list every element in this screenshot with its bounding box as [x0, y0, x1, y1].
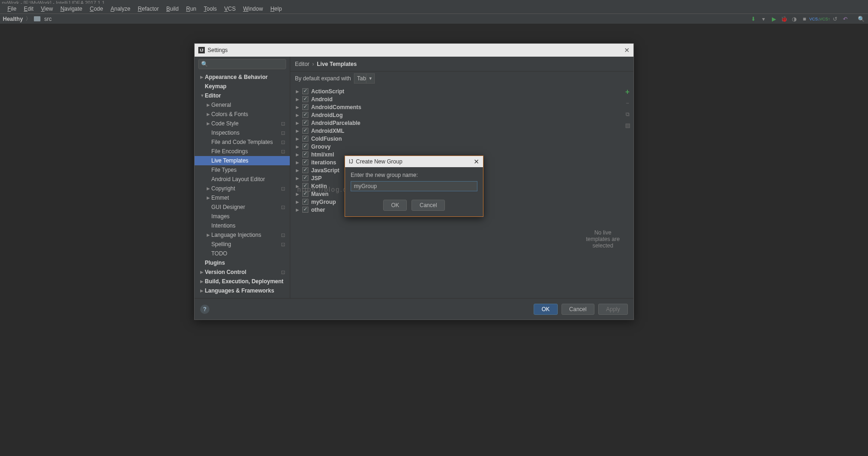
template-group-androidcomments[interactable]: ▶AndroidComments [290, 103, 621, 111]
template-checkbox[interactable] [302, 151, 308, 157]
sidebar-item-plugins[interactable]: Plugins [195, 258, 290, 267]
make-project-icon[interactable]: ⬇ [749, 15, 757, 23]
sidebar-item-editor[interactable]: ▼Editor [195, 91, 290, 100]
template-checkbox[interactable] [302, 167, 308, 173]
create-group-titlebar: IJ Create New Group ✕ [345, 156, 483, 167]
template-checkbox[interactable] [302, 159, 308, 165]
template-checkbox[interactable] [302, 112, 308, 118]
template-name: AndroidParcelable [311, 120, 360, 126]
sidebar-item-language-injections[interactable]: ▶Language Injections⊡ [195, 230, 290, 240]
template-checkbox[interactable] [302, 191, 308, 197]
close-icon[interactable]: ✕ [474, 158, 479, 165]
menu-tools[interactable]: Tools [200, 5, 221, 13]
template-checkbox[interactable] [302, 104, 308, 110]
template-checkbox[interactable] [302, 128, 308, 134]
settings-tree[interactable]: ▶Appearance & BehaviorKeymap▼Editor▶Gene… [195, 72, 290, 298]
menu-build[interactable]: Build [163, 5, 183, 13]
apply-button[interactable]: Apply [598, 304, 628, 315]
arrow-icon: ▼ [200, 93, 205, 98]
sidebar-item-images[interactable]: Images [195, 212, 290, 221]
search-everywhere-icon[interactable]: 🔍 [857, 15, 865, 23]
sidebar-item-gui-designer[interactable]: GUI Designer⊡ [195, 202, 290, 212]
run-icon[interactable]: ▶ [770, 15, 778, 23]
template-group-actionscript[interactable]: ▶ActionScript [290, 87, 621, 95]
help-icon[interactable]: ? [200, 305, 209, 314]
menu-run[interactable]: Run [183, 5, 200, 13]
menu-help[interactable]: Help [267, 5, 286, 13]
vcs-history-icon[interactable]: ↺ [831, 15, 839, 23]
breadcrumb-folder[interactable]: src [44, 16, 52, 22]
sidebar-item-file-and-code-templates[interactable]: File and Code Templates⊡ [195, 137, 290, 147]
cancel-button[interactable]: Cancel [561, 304, 594, 315]
copy-icon[interactable]: ⧉ [624, 111, 631, 118]
template-checkbox[interactable] [302, 199, 308, 205]
sidebar-item-label: GUI Designer [211, 204, 245, 210]
project-scope-icon: ⊡ [281, 232, 285, 238]
sidebar-item-label: Android Layout Editor [211, 176, 265, 182]
template-checkbox[interactable] [302, 120, 308, 126]
remove-icon[interactable]: − [624, 99, 631, 107]
menu-file[interactable]: File [4, 5, 20, 13]
template-checkbox[interactable] [302, 96, 308, 102]
sidebar-item-keymap[interactable]: Keymap [195, 82, 290, 91]
debug-icon[interactable]: 🐞 [780, 15, 788, 23]
template-group-androidxml[interactable]: ▶AndroidXML [290, 127, 621, 135]
sidebar-item-emmet[interactable]: ▶Emmet [195, 193, 290, 202]
coverage-icon[interactable]: ◑ [790, 15, 798, 23]
template-checkbox[interactable] [302, 143, 308, 150]
breadcrumb-project[interactable]: Healthy [3, 16, 23, 22]
sidebar-item-colors-fonts[interactable]: ▶Colors & Fonts [195, 110, 290, 119]
add-icon[interactable]: + [624, 88, 631, 96]
expand-with-label: By default expand with [295, 75, 351, 82]
sidebar-item-copyright[interactable]: ▶Copyright⊡ [195, 184, 290, 193]
sidebar-item-file-types[interactable]: File Types [195, 165, 290, 175]
close-icon[interactable]: ✕ [624, 46, 630, 54]
sidebar-item-general[interactable]: ▶General [195, 100, 290, 110]
template-checkbox[interactable] [302, 175, 308, 181]
menu-refactor[interactable]: Refactor [134, 5, 163, 13]
settings-dialog-titlebar: IJ Settings ✕ [195, 44, 633, 57]
menu-navigate[interactable]: Navigate [57, 5, 86, 13]
sidebar-item-intentions[interactable]: Intentions [195, 221, 290, 230]
ok-button[interactable]: OK [383, 200, 407, 211]
sidebar-item-spelling[interactable]: Spelling⊡ [195, 240, 290, 249]
template-checkbox[interactable] [302, 207, 308, 213]
sidebar-item-live-templates[interactable]: Live Templates [195, 156, 290, 165]
sidebar-item-appearance-behavior[interactable]: ▶Appearance & Behavior [195, 72, 290, 82]
sidebar-item-build-execution-deployment[interactable]: ▶Build, Execution, Deployment [195, 277, 290, 286]
sidebar-item-file-encodings[interactable]: File Encodings⊡ [195, 147, 290, 156]
sidebar-item-android-layout-editor[interactable]: Android Layout Editor [195, 175, 290, 184]
sidebar-item-label: Intentions [211, 222, 235, 229]
menu-view[interactable]: View [37, 5, 57, 13]
vcs-commit-icon[interactable]: VCS↑ [821, 15, 829, 23]
sidebar-item-version-control[interactable]: ▶Version Control⊡ [195, 267, 290, 277]
sidebar-item-inspections[interactable]: Inspections⊡ [195, 128, 290, 137]
sidebar-item-todo[interactable]: TODO [195, 249, 290, 258]
ok-button[interactable]: OK [534, 304, 557, 315]
group-name-input[interactable] [351, 181, 477, 191]
template-group-coldfusion[interactable]: ▶ColdFusion [290, 135, 621, 143]
menu-analyze[interactable]: Analyze [107, 5, 134, 13]
settings-search-input[interactable] [198, 59, 286, 69]
arrow-icon: ▶ [296, 97, 300, 102]
stop-icon[interactable]: ■ [800, 15, 809, 23]
template-group-androidlog[interactable]: ▶AndroidLog [290, 111, 621, 119]
template-group-androidparcelable[interactable]: ▶AndroidParcelable [290, 119, 621, 127]
expand-with-combo[interactable]: Tab ▼ [354, 73, 375, 84]
template-checkbox[interactable] [302, 136, 308, 142]
menu-edit[interactable]: Edit [20, 5, 37, 13]
template-checkbox[interactable] [302, 183, 308, 189]
menu-window[interactable]: Window [239, 5, 267, 13]
sidebar-item-languages-frameworks[interactable]: ▶Languages & Frameworks [195, 286, 290, 295]
template-group-android[interactable]: ▶Android [290, 95, 621, 103]
paste-icon[interactable]: ▤ [624, 122, 631, 129]
menu-code[interactable]: Code [86, 5, 107, 13]
cancel-button[interactable]: Cancel [411, 200, 444, 211]
template-checkbox[interactable] [302, 88, 308, 94]
sidebar-item-code-style[interactable]: ▶Code Style⊡ [195, 119, 290, 128]
menu-vcs[interactable]: VCS [221, 5, 240, 13]
vcs-revert-icon[interactable]: ↶ [841, 15, 849, 23]
run-config-dropdown[interactable]: ▾ [759, 15, 768, 23]
template-group-groovy[interactable]: ▶Groovy [290, 143, 621, 150]
vcs-update-icon[interactable]: VCS↓ [810, 15, 819, 23]
